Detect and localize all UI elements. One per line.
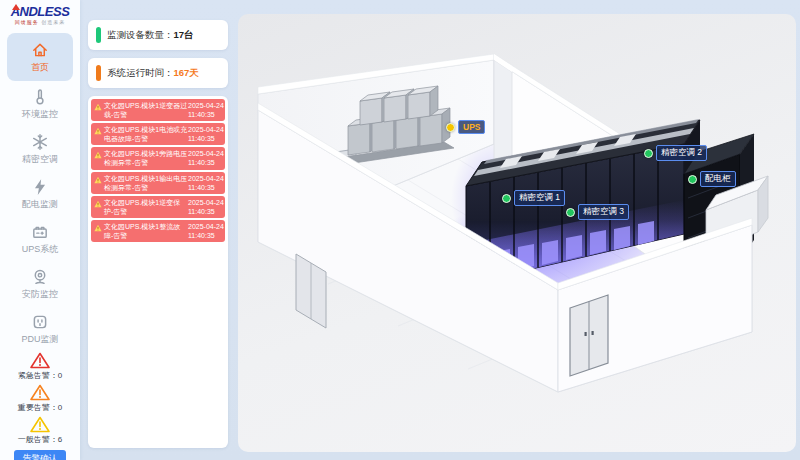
alarm-time: 2025-04-2411:40:35 bbox=[188, 174, 224, 192]
device-label-power-cabinet[interactable]: 配电柜 bbox=[688, 171, 736, 187]
device-count-value: 17台 bbox=[174, 29, 194, 40]
sidebar-item-label: PDU监测 bbox=[21, 333, 58, 346]
socket-icon bbox=[31, 313, 49, 331]
warning-status-dot bbox=[446, 123, 455, 132]
alarm-list[interactable]: 文化园UPS.模块1逆变器过载-告警 2025-04-2411:40:35 文化… bbox=[88, 96, 228, 448]
warning-icon bbox=[94, 176, 102, 184]
uptime-card: 系统运行时间：167天 bbox=[88, 58, 228, 88]
alarm-message: 文化园UPS.模块1输出电压检测异常-告警 bbox=[104, 174, 188, 192]
room-3d-view[interactable]: UPS 精密空调 2 配电柜 精密空调 1 精密空调 3 bbox=[238, 14, 796, 452]
alarm-item[interactable]: 文化园UPS.模块1逆变保护-告警 2025-04-2411:40:35 bbox=[91, 196, 225, 218]
device-badge: UPS bbox=[458, 120, 485, 134]
sidebar-item-label: 首页 bbox=[31, 61, 49, 74]
ok-status-dot bbox=[644, 149, 653, 158]
device-badge: 精密空调 1 bbox=[514, 190, 565, 206]
warning-icon bbox=[94, 103, 102, 111]
lightning-icon bbox=[31, 178, 49, 196]
alarm-message: 文化园UPS.模块1逆变器过载-告警 bbox=[104, 101, 188, 119]
app-root: ANDLESS 回馈服务 创造未来 首页 环境监控 bbox=[0, 0, 800, 460]
sidebar-item-label: 安防监控 bbox=[22, 288, 58, 301]
warning-icon bbox=[94, 127, 102, 135]
device-badge: 配电柜 bbox=[700, 171, 736, 187]
alarm-item[interactable]: 文化园UPS.模块1电池或充电器故障-告警 2025-04-2411:40:35 bbox=[91, 123, 225, 145]
alarm-item[interactable]: 文化园UPS.模块1整流故障-告警 2025-04-2411:40:35 bbox=[91, 220, 225, 242]
alarm-message: 文化园UPS.模块1整流故障-告警 bbox=[104, 222, 188, 240]
sidebar-item-ups[interactable]: UPS系统 bbox=[7, 217, 73, 261]
sidebar-item-label: 环境监控 bbox=[22, 108, 58, 121]
alarm-time: 2025-04-2411:40:35 bbox=[188, 198, 224, 216]
sidebar: ANDLESS 回馈服务 创造未来 首页 环境监控 bbox=[0, 0, 80, 460]
sidebar-item-hvac[interactable]: 精密空调 bbox=[7, 127, 73, 171]
sidebar-item-security[interactable]: 安防监控 bbox=[7, 262, 73, 306]
ok-status-dot bbox=[566, 208, 575, 217]
uptime-value: 167天 bbox=[174, 67, 199, 78]
alarm-message: 文化园UPS.模块1电池或充电器故障-告警 bbox=[104, 125, 188, 143]
ok-status-dot bbox=[688, 175, 697, 184]
alarm-item[interactable]: 文化园UPS.模块1输出电压检测异常-告警 2025-04-2411:40:35 bbox=[91, 172, 225, 194]
home-icon bbox=[31, 41, 49, 59]
camera-icon bbox=[31, 268, 49, 286]
alarm-item[interactable]: 文化园UPS.模块1旁路电压检测异常-告警 2025-04-2411:40:35 bbox=[91, 147, 225, 169]
sidebar-item-pdu[interactable]: PDU监测 bbox=[7, 307, 73, 351]
device-badge: 精密空调 2 bbox=[656, 145, 707, 161]
brand-logo[interactable]: ANDLESS 回馈服务 创造未来 bbox=[11, 5, 70, 25]
alarm-summary: 紧急告警：0 重要告警：0 一般告警：6 告警确认 bbox=[14, 352, 66, 460]
minor-alarm-counter: 一般告警：6 bbox=[18, 416, 62, 445]
ok-status-dot bbox=[502, 194, 511, 203]
alarm-message: 文化园UPS.模块1逆变保护-告警 bbox=[104, 198, 188, 216]
alarm-time: 2025-04-2411:40:35 bbox=[188, 149, 224, 167]
warning-icon bbox=[94, 224, 102, 232]
device-count-card: 监测设备数量：17台 bbox=[88, 20, 228, 50]
alarm-time: 2025-04-2411:40:35 bbox=[188, 125, 224, 143]
brand-tagline: 回馈服务 创造未来 bbox=[11, 20, 70, 25]
alarm-time: 2025-04-2411:40:35 bbox=[188, 101, 224, 119]
device-label-crac2[interactable]: 精密空调 2 bbox=[644, 145, 707, 161]
device-count-icon bbox=[96, 27, 101, 43]
alarm-time: 2025-04-2411:40:35 bbox=[188, 222, 224, 240]
sidebar-item-label: 配电监测 bbox=[22, 198, 58, 211]
critical-alarm-counter: 紧急告警：0 bbox=[18, 352, 62, 381]
device-badge: 精密空调 3 bbox=[578, 204, 629, 220]
alarm-message: 文化园UPS.模块1旁路电压检测异常-告警 bbox=[104, 149, 188, 167]
sidebar-item-label: 精密空调 bbox=[22, 153, 58, 166]
major-alarm-counter: 重要告警：0 bbox=[18, 384, 62, 413]
room-3d-scene bbox=[238, 14, 796, 452]
thermometer-icon bbox=[31, 88, 49, 106]
alarm-confirm-button[interactable]: 告警确认 bbox=[14, 450, 66, 460]
brand-name: ANDLESS bbox=[11, 5, 70, 18]
major-warning-icon bbox=[30, 384, 50, 401]
warning-icon bbox=[94, 151, 102, 159]
battery-icon bbox=[31, 223, 49, 241]
device-label-crac3[interactable]: 精密空调 3 bbox=[566, 204, 629, 220]
uptime-icon bbox=[96, 65, 101, 81]
uptime-label: 系统运行时间： bbox=[107, 67, 174, 78]
warning-icon bbox=[94, 200, 102, 208]
device-label-ups[interactable]: UPS bbox=[446, 120, 485, 134]
main-double-door bbox=[570, 295, 608, 376]
device-label-crac1[interactable]: 精密空调 1 bbox=[502, 190, 565, 206]
sidebar-item-power[interactable]: 配电监测 bbox=[7, 172, 73, 216]
alarm-item[interactable]: 文化园UPS.模块1逆变器过载-告警 2025-04-2411:40:35 bbox=[91, 99, 225, 121]
sidebar-item-environment[interactable]: 环境监控 bbox=[7, 82, 73, 126]
minor-warning-icon bbox=[30, 416, 50, 433]
sidebar-nav: 首页 环境监控 精密空调 配电监测 bbox=[0, 33, 80, 352]
sidebar-item-home[interactable]: 首页 bbox=[7, 33, 73, 81]
snowflake-icon bbox=[31, 133, 49, 151]
device-count-label: 监测设备数量： bbox=[107, 29, 174, 40]
sidebar-item-label: UPS系统 bbox=[22, 243, 59, 256]
critical-warning-icon bbox=[30, 352, 50, 369]
status-column: 监测设备数量：17台 系统运行时间：167天 文化园UPS.模块1逆变器过载-告… bbox=[88, 20, 228, 448]
